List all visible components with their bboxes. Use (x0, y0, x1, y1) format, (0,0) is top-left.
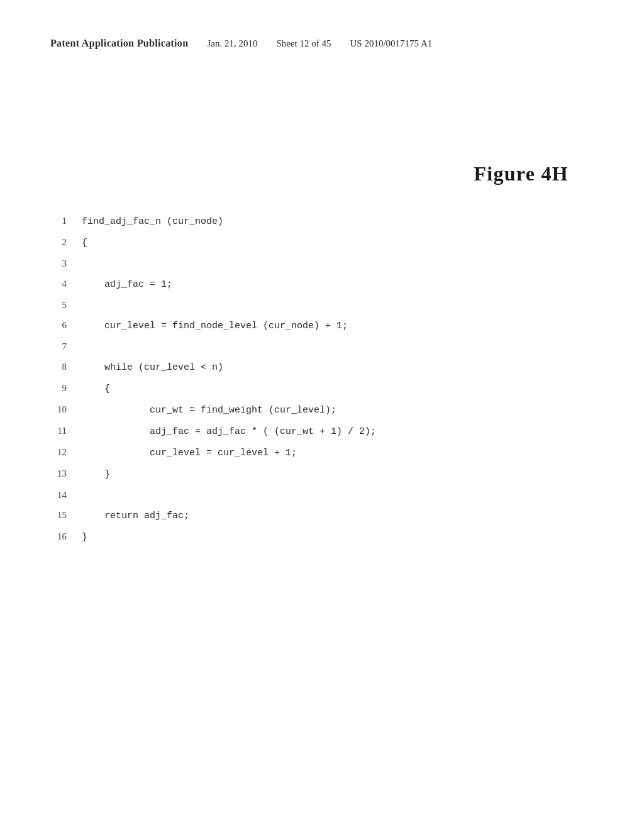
line-number: 13 (50, 463, 82, 484)
line-number: 10 (50, 399, 82, 419)
figure-title: Figure 4H (474, 162, 569, 185)
code-line: 9 { (50, 378, 594, 399)
line-number: 3 (50, 253, 82, 274)
line-number: 2 (50, 232, 82, 252)
code-line: 15 return adj_fac; (50, 505, 594, 526)
line-number: 4 (50, 274, 82, 294)
page-header: Patent Application Publication Jan. 21, … (0, 0, 644, 62)
line-number: 1 (50, 211, 82, 231)
figure-title-area: Figure 4H (0, 62, 644, 204)
code-line: 11 adj_fac = adj_fac * ( (cur_wt + 1) / … (50, 421, 594, 442)
line-content: adj_fac = adj_fac * ( (cur_wt + 1) / 2); (82, 422, 376, 442)
code-line: 13 } (50, 463, 594, 485)
code-listing: 1find_adj_fac_n (cur_node)2{34 adj_fac =… (0, 204, 644, 585)
line-content: } (82, 465, 110, 485)
line-content: cur_level = find_node_level (cur_node) +… (82, 316, 348, 336)
line-content: cur_wt = find_weight (cur_level); (82, 401, 336, 421)
patent-number: US 2010/0017175 A1 (350, 38, 432, 49)
code-line: 5 (50, 295, 594, 315)
line-number: 15 (50, 505, 82, 525)
code-line: 1find_adj_fac_n (cur_node) (50, 211, 594, 232)
line-number: 14 (50, 485, 82, 505)
line-content: { (82, 379, 110, 399)
line-content: while (cur_level < n) (82, 358, 223, 378)
patent-page: Patent Application Publication Jan. 21, … (0, 0, 644, 830)
publication-date: Jan. 21, 2010 (207, 38, 257, 49)
line-number: 16 (50, 526, 82, 546)
code-line: 8 while (cur_level < n) (50, 357, 594, 378)
line-number: 6 (50, 315, 82, 335)
code-line: 14 (50, 485, 594, 505)
code-line: 6 cur_level = find_node_level (cur_node)… (50, 315, 594, 336)
publication-label: Patent Application Publication (50, 38, 188, 49)
sheet-info: Sheet 12 of 45 (276, 38, 331, 49)
line-content: cur_level = cur_level + 1; (82, 443, 297, 463)
code-line: 16} (50, 526, 594, 548)
line-number: 9 (50, 378, 82, 398)
code-line: 3 (50, 253, 594, 274)
code-line: 7 (50, 336, 594, 357)
line-number: 5 (50, 295, 82, 315)
line-number: 12 (50, 442, 82, 462)
code-line: 4 adj_fac = 1; (50, 274, 594, 295)
line-content: adj_fac = 1; (82, 275, 172, 295)
code-line: 2{ (50, 232, 594, 253)
line-content: find_adj_fac_n (cur_node) (82, 212, 223, 232)
line-content: } (82, 528, 87, 548)
line-content: { (82, 233, 87, 253)
line-number: 8 (50, 357, 82, 377)
line-content: return adj_fac; (82, 506, 189, 526)
line-number: 7 (50, 336, 82, 357)
code-line: 10 cur_wt = find_weight (cur_level); (50, 399, 594, 421)
line-number: 11 (50, 421, 82, 441)
code-line: 12 cur_level = cur_level + 1; (50, 442, 594, 463)
